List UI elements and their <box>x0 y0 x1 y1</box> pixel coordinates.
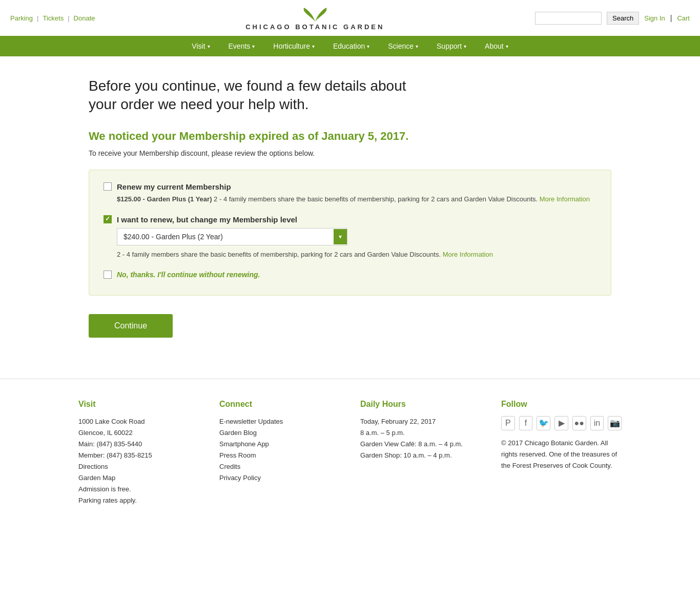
option1-row: Renew my current Membership $125.00 - Ga… <box>104 182 596 203</box>
footer-hours-line3: Garden Shop: 10 a.m. – 4 p.m. <box>360 450 481 461</box>
copyright-text: © 2017 Chicago Botanic Garden. All right… <box>501 438 622 471</box>
nav-bar: Visit ▾ Events ▾ Horticulture ▾ Educatio… <box>0 36 700 56</box>
footer-hours: Daily Hours Today, February 22, 2017 8 a… <box>360 400 481 507</box>
footer-app-link[interactable]: Smartphone App <box>219 439 340 450</box>
search-input[interactable] <box>535 12 602 25</box>
membership-level-select[interactable]: $240.00 - Garden Plus (2 Year) ▾ <box>117 228 347 245</box>
visit-arrow-icon: ▾ <box>208 44 210 49</box>
top-right: Search Sign In | Cart <box>535 12 690 25</box>
continue-button[interactable]: Continue <box>89 314 173 338</box>
option2-checkbox[interactable] <box>104 215 112 223</box>
footer-follow: Follow P f 🐦 ▶ ●● in 📷 © 2017 Chicago Bo… <box>501 400 622 507</box>
nav-item-about[interactable]: About ▾ <box>476 36 518 56</box>
footer-connect-heading: Connect <box>219 400 340 409</box>
linkedin-icon[interactable]: in <box>590 416 604 430</box>
footer-hours-today: Today, February 22, 2017 <box>360 416 481 427</box>
top-bar: Parking | Tickets | Donate CHICAGO BOTAN… <box>0 0 700 36</box>
science-arrow-icon: ▾ <box>416 44 418 49</box>
options-box: Renew my current Membership $125.00 - Ga… <box>89 170 611 296</box>
nav-item-science[interactable]: Science ▾ <box>379 36 427 56</box>
option2-text: I want to renew, but change my Membershi… <box>117 215 297 224</box>
option2-description-text: 2 - 4 family members share the basic ben… <box>117 251 441 258</box>
footer: Visit 1000 Lake Cook Road Glencoe, IL 60… <box>0 379 700 527</box>
about-arrow-icon: ▾ <box>506 44 508 49</box>
footer-parking-text: Parking rates apply. <box>78 495 199 506</box>
footer-pressroom-link[interactable]: Press Room <box>219 450 340 461</box>
footer-admission-text: Admission is free. <box>78 484 199 495</box>
option1-label: Renew my current Membership <box>104 182 596 191</box>
education-arrow-icon: ▾ <box>367 44 369 49</box>
footer-member-phone: Member: (847) 835-8215 <box>78 450 199 461</box>
option1-detail: $125.00 - Garden Plus (1 Year) 2 - 4 fam… <box>117 195 596 203</box>
option2-more-info-link[interactable]: More Information <box>443 251 493 258</box>
footer-inner: Visit 1000 Lake Cook Road Glencoe, IL 60… <box>78 400 622 507</box>
sep1: | <box>37 14 38 22</box>
footer-directions-link[interactable]: Directions <box>78 461 199 472</box>
tickets-link[interactable]: Tickets <box>43 14 64 22</box>
option3-text: No, thanks. I'll continue without renewi… <box>117 271 260 279</box>
logo-leaf-icon <box>300 5 331 23</box>
logo-text: CHICAGO BOTANIC GARDEN <box>245 23 384 31</box>
twitter-icon[interactable]: 🐦 <box>537 416 550 430</box>
youtube-icon[interactable]: ▶ <box>554 416 568 430</box>
option1-text: Renew my current Membership <box>117 182 231 191</box>
signin-link[interactable]: Sign In <box>644 14 665 22</box>
footer-credits-link[interactable]: Credits <box>219 461 340 472</box>
option2-row: I want to renew, but change my Membershi… <box>104 215 596 258</box>
facebook-icon[interactable]: f <box>519 416 533 430</box>
option1-checkbox[interactable] <box>104 182 112 191</box>
sep3: | <box>670 14 672 22</box>
instagram-icon[interactable]: 📷 <box>608 416 622 430</box>
option1-price: $125.00 - Garden Plus (1 Year) <box>117 195 212 203</box>
sep2: | <box>68 14 69 22</box>
footer-enewsletter-link[interactable]: E-newsletter Updates <box>219 416 340 427</box>
donate-link[interactable]: Donate <box>74 14 95 22</box>
footer-visit: Visit 1000 Lake Cook Road Glencoe, IL 60… <box>78 400 199 507</box>
footer-hours-heading: Daily Hours <box>360 400 481 409</box>
select-arrow-icon[interactable]: ▾ <box>334 229 347 244</box>
footer-hours-line2: Garden View Café: 8 a.m. – 4 p.m. <box>360 439 481 450</box>
nav-item-visit[interactable]: Visit ▾ <box>182 36 219 56</box>
footer-blog-link[interactable]: Garden Blog <box>219 427 340 439</box>
option1-description-text: 2 - 4 family members share the basic ben… <box>214 195 538 203</box>
logo-area: CHICAGO BOTANIC GARDEN <box>245 5 384 31</box>
footer-visit-heading: Visit <box>78 400 199 409</box>
option3-label: No, thanks. I'll continue without renewi… <box>104 271 596 279</box>
nav-item-events[interactable]: Events ▾ <box>219 36 264 56</box>
footer-connect: Connect E-newsletter Updates Garden Blog… <box>219 400 340 507</box>
select-value: $240.00 - Garden Plus (2 Year) <box>117 229 334 245</box>
footer-hours-line1: 8 a.m. – 5 p.m. <box>360 427 481 439</box>
flickr-icon[interactable]: ●● <box>572 416 586 430</box>
expired-subtext: To receive your Membership discount, ple… <box>89 149 611 157</box>
option2-detail: 2 - 4 family members share the basic ben… <box>117 251 596 258</box>
nav-item-horticulture[interactable]: Horticulture ▾ <box>264 36 324 56</box>
pinterest-icon[interactable]: P <box>501 416 515 430</box>
option3-row: No, thanks. I'll continue without renewi… <box>104 271 596 279</box>
footer-address-line2: Glencoe, IL 60022 <box>78 427 199 439</box>
top-links: Parking | Tickets | Donate <box>10 14 95 22</box>
events-arrow-icon: ▾ <box>252 44 255 49</box>
nav-item-support[interactable]: Support ▾ <box>427 36 476 56</box>
footer-gardenmap-link[interactable]: Garden Map <box>78 472 199 484</box>
horticulture-arrow-icon: ▾ <box>312 44 315 49</box>
expired-heading: We noticed your Membership expired as of… <box>89 130 611 143</box>
footer-privacy-link[interactable]: Privacy Policy <box>219 472 340 484</box>
page-heading: Before you continue, we found a few deta… <box>89 77 422 114</box>
social-icons: P f 🐦 ▶ ●● in 📷 <box>501 416 622 430</box>
option1-more-info-link[interactable]: More Information <box>540 195 590 203</box>
support-arrow-icon: ▾ <box>464 44 466 49</box>
main-content: Before you continue, we found a few deta… <box>78 56 622 358</box>
footer-address-line1: 1000 Lake Cook Road <box>78 416 199 427</box>
footer-follow-heading: Follow <box>501 400 622 409</box>
search-button[interactable]: Search <box>607 12 639 25</box>
footer-main-phone: Main: (847) 835-5440 <box>78 439 199 450</box>
option2-label: I want to renew, but change my Membershi… <box>104 215 596 224</box>
nav-item-education[interactable]: Education ▾ <box>324 36 379 56</box>
option3-checkbox[interactable] <box>104 271 112 279</box>
parking-link[interactable]: Parking <box>10 14 33 22</box>
cart-link[interactable]: Cart <box>677 14 690 22</box>
